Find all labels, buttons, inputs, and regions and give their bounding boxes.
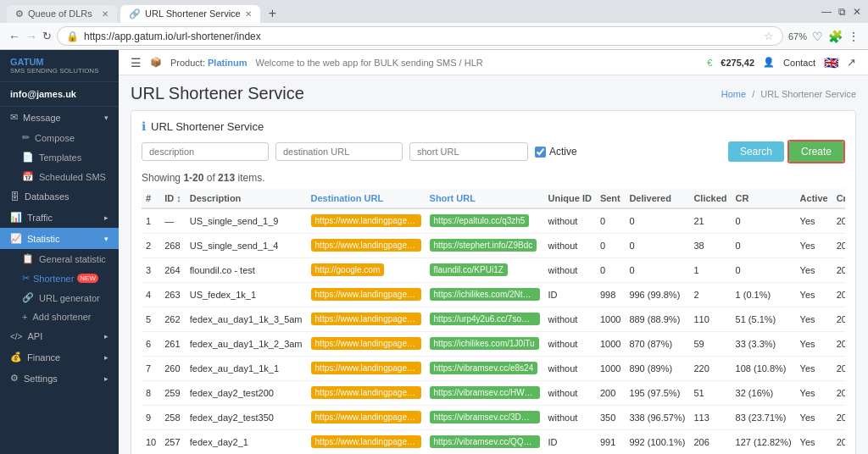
destination-input[interactable] xyxy=(275,142,403,161)
address-bar[interactable]: 🔒 https://app.gatum.io/url-shortener/ind… xyxy=(57,26,783,46)
sidebar-sub-templates[interactable]: 📄 Templates xyxy=(0,147,119,167)
reload-button[interactable]: ↻ xyxy=(42,30,52,42)
sidebar-label-message: Message xyxy=(23,113,61,123)
shortener-icon: ✂ xyxy=(22,273,30,284)
sidebar-label-shortener: Shortener xyxy=(33,274,74,284)
sidebar-sub-compose[interactable]: ✏ Compose xyxy=(0,128,119,147)
table-row: 4263US_fedex_1k_1https://www.landingpage… xyxy=(142,283,845,307)
compose-icon: ✏ xyxy=(22,132,30,143)
sidebar-sub-scheduled[interactable]: 📅 Scheduled SMS xyxy=(0,167,119,186)
active-checkbox[interactable] xyxy=(535,147,546,158)
table-row: 8259fedex_day2_test200https://www.landin… xyxy=(142,381,845,406)
table-row: 6261fedex_au_day1_1k_2_3amhttps://www.la… xyxy=(142,332,845,357)
sidebar-sub-shortener[interactable]: ✂ Shortener NEW xyxy=(0,269,119,288)
restore-icon[interactable]: ⧉ xyxy=(838,6,846,18)
finance-icon: 💰 xyxy=(10,352,22,363)
col-dest-url: Destination URL xyxy=(307,189,426,208)
page-header: URL Shortener Service Home / URL Shorten… xyxy=(131,84,856,103)
statistic-arrow: ▾ xyxy=(104,235,108,243)
page-title: URL Shortener Service xyxy=(131,84,304,103)
col-short-url: Short URL xyxy=(426,189,544,208)
table-row: 3264floundil.co - testhttp://google.comf… xyxy=(142,258,845,283)
extensions-icon[interactable]: 🧩 xyxy=(828,30,843,43)
tab-close-icon[interactable]: ✕ xyxy=(102,9,108,19)
sidebar-sub-add-shortener[interactable]: + Add shortener xyxy=(0,307,119,326)
general-icon: 📋 xyxy=(22,253,34,264)
col-sent: Sent xyxy=(596,189,625,208)
sidebar-item-statistic[interactable]: 📈 Statistic ▾ xyxy=(0,228,119,249)
menu-icon[interactable]: ⋮ xyxy=(848,30,860,43)
url-display: https://app.gatum.io/url-shortener/index xyxy=(84,30,261,42)
tab2-close-icon[interactable]: ✕ xyxy=(245,9,252,19)
table-row: 2268US_single_send_1_4https://www.landin… xyxy=(142,234,845,258)
sidebar-item-traffic[interactable]: 📊 Traffic ▸ xyxy=(0,207,119,228)
sidebar-item-api[interactable]: </> API ▸ xyxy=(0,326,119,346)
external-link-icon[interactable]: ↗ xyxy=(847,56,856,69)
sidebar-sub-url-generator[interactable]: 🔗 URL generator xyxy=(0,288,119,307)
back-button[interactable]: ← xyxy=(8,30,20,43)
heart-icon[interactable]: ♡ xyxy=(812,30,823,43)
new-tab-button[interactable]: + xyxy=(264,4,281,23)
logo-text: GATUM xyxy=(10,57,108,67)
col-id[interactable]: ID ↕ xyxy=(160,189,186,208)
table-row: 9258fedex_day2_test350https://www.landin… xyxy=(142,406,845,430)
databases-icon: 🗄 xyxy=(10,191,19,202)
card-title: ℹ URL Shortener Service xyxy=(142,119,845,133)
tab[interactable]: ⚙ Queue of DLRs ✕ xyxy=(7,5,117,23)
search-button[interactable]: Search xyxy=(728,141,784,162)
message-icon: ✉ xyxy=(10,112,18,123)
sidebar: GATUM SMS SENDING SOLUTIONS info@james.u… xyxy=(0,50,119,454)
tab-active[interactable]: 🔗 URL Shortener Service ✕ xyxy=(120,5,260,23)
traffic-icon: 📊 xyxy=(10,212,22,223)
close-window-icon[interactable]: ✕ xyxy=(853,6,861,18)
sidebar-label-add-shortener: Add shortener xyxy=(32,312,91,322)
sidebar-item-databases[interactable]: 🗄 Databases xyxy=(0,186,119,207)
table-row: 10257fedex_day2_1https://www.landingpage… xyxy=(142,430,845,455)
showing-text: Showing 1-20 of 213 items. xyxy=(142,172,845,184)
sidebar-item-message[interactable]: ✉ Message ▾ xyxy=(0,107,119,128)
active-checkbox-label[interactable]: Active xyxy=(535,146,577,158)
create-button-wrapper: Create xyxy=(787,140,845,163)
description-input[interactable] xyxy=(142,142,269,161)
logo-sub: SMS SENDING SOLUTIONS xyxy=(10,67,108,75)
sidebar-label-general: General statistic xyxy=(39,254,106,264)
tab2-favicon: 🔗 xyxy=(129,8,141,19)
contact-icon: 👤 xyxy=(763,57,775,68)
balance-icon: € xyxy=(707,58,712,68)
contact-label[interactable]: Contact xyxy=(783,58,815,68)
api-icon: </> xyxy=(10,332,22,341)
sidebar-label-templates: Templates xyxy=(39,152,81,163)
star-icon[interactable]: ☆ xyxy=(764,30,774,42)
sidebar-label-statistic: Statistic xyxy=(27,234,60,244)
forward-button[interactable]: → xyxy=(25,30,37,43)
browser-chrome: ⚙ Queue of DLRs ✕ 🔗 URL Shortener Servic… xyxy=(0,0,868,23)
sidebar-label-api: API xyxy=(27,331,42,341)
balance-display: €275,42 xyxy=(721,58,754,68)
sidebar-user: info@james.uk xyxy=(0,82,119,107)
product-icon: 📦 xyxy=(150,57,162,68)
breadcrumb-home[interactable]: Home xyxy=(721,89,746,99)
sidebar-label-settings: Settings xyxy=(24,374,58,384)
info-icon: ℹ xyxy=(142,119,146,133)
tab-label: Queue of DLRs xyxy=(28,8,92,19)
sidebar-label-url-gen: URL generator xyxy=(39,293,100,303)
sidebar-item-finance[interactable]: 💰 Finance ▸ xyxy=(0,346,119,368)
sidebar-item-settings[interactable]: ⚙ Settings ▸ xyxy=(0,368,119,389)
col-active: Active xyxy=(796,189,832,208)
top-bar: ☰ 📦 Product: Platinum Welcome to the web… xyxy=(119,50,868,75)
product-label: Product: Platinum xyxy=(170,58,247,68)
breadcrumb-current: URL Shortener Service xyxy=(760,89,856,99)
sidebar-label-traffic: Traffic xyxy=(27,213,53,223)
flag-icon[interactable]: 🇬🇧 xyxy=(824,56,838,69)
table-wrapper: # ID ↕ Description Destination URL Short… xyxy=(142,189,845,454)
col-delivered: Delivered xyxy=(625,189,689,208)
hamburger-icon[interactable]: ☰ xyxy=(131,56,142,69)
short-url-input[interactable] xyxy=(409,142,528,161)
zoom-level: 67% xyxy=(788,31,807,42)
settings-arrow: ▸ xyxy=(104,374,108,383)
sidebar-label-scheduled: Scheduled SMS xyxy=(39,172,106,182)
sidebar-label-finance: Finance xyxy=(27,352,60,363)
create-button[interactable]: Create xyxy=(789,141,843,162)
sidebar-sub-general[interactable]: 📋 General statistic xyxy=(0,249,119,269)
minimize-icon[interactable]: — xyxy=(821,6,832,18)
